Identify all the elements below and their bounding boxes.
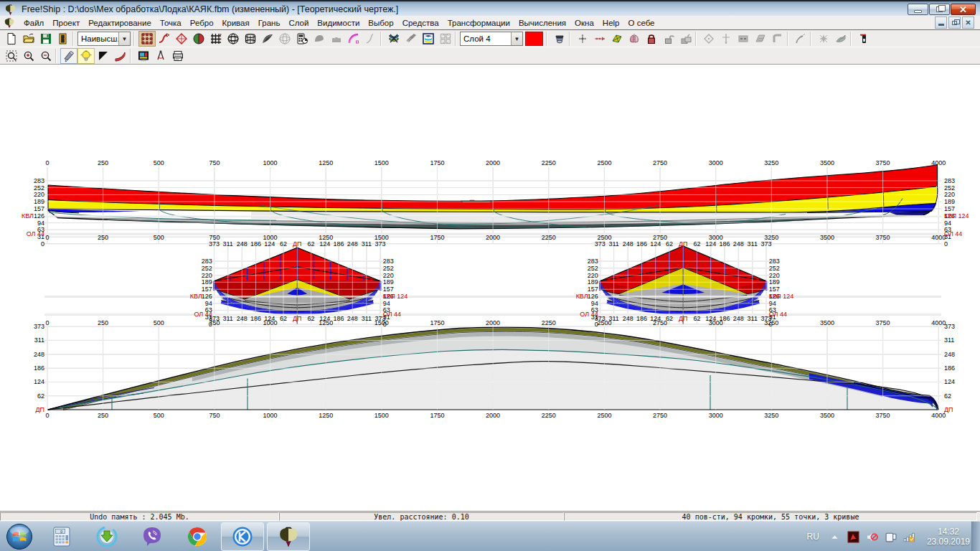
zoom-in-button[interactable] bbox=[20, 48, 37, 64]
menu-9[interactable]: Видимости bbox=[313, 17, 364, 29]
restore-button[interactable] bbox=[929, 4, 950, 15]
taskbar-kompas-button[interactable] bbox=[221, 522, 264, 551]
unlock-points-button[interactable] bbox=[660, 31, 677, 47]
combobox-dropdown-icon[interactable]: ▼ bbox=[118, 32, 130, 45]
gauss-curvature-button[interactable] bbox=[276, 31, 293, 47]
insert-point-button[interactable] bbox=[591, 31, 608, 47]
menu-3[interactable]: Редактирование bbox=[84, 17, 156, 29]
lamp-button[interactable] bbox=[77, 48, 95, 64]
remove-unused-button[interactable] bbox=[815, 31, 832, 47]
print-button[interactable] bbox=[169, 48, 187, 64]
move-point-button[interactable] bbox=[574, 31, 591, 47]
menu-10[interactable]: Выбор bbox=[364, 17, 397, 29]
develop-plates-button[interactable] bbox=[402, 31, 420, 47]
hydrostatics-calc-button[interactable] bbox=[293, 31, 311, 47]
title-bar[interactable]: Free!Ship : D:\dos\Мех обработка\Лодка\К… bbox=[0, 0, 980, 16]
develop-surface-button[interactable] bbox=[832, 31, 849, 47]
menu-1[interactable]: Файл bbox=[19, 17, 48, 29]
intersections-button[interactable] bbox=[385, 31, 402, 47]
open-file-button[interactable] bbox=[20, 31, 37, 47]
clock[interactable]: 14:32 23.09.2019 bbox=[927, 527, 970, 547]
taskbar-calculator-icon[interactable]: 0 bbox=[39, 522, 84, 551]
import-image-button[interactable] bbox=[135, 48, 152, 64]
minimize-icon bbox=[914, 10, 922, 13]
menu-12[interactable]: Трансформации bbox=[443, 17, 514, 29]
edit-curve-button[interactable] bbox=[156, 31, 173, 47]
new-face-icon bbox=[611, 32, 623, 45]
split-grid-button[interactable] bbox=[437, 31, 454, 47]
taskbar-chrome-icon[interactable] bbox=[174, 522, 220, 551]
zoom-area-button[interactable] bbox=[3, 48, 20, 64]
hidden-icons-arrow[interactable] bbox=[828, 529, 842, 544]
taskbar-download-manager-icon[interactable] bbox=[84, 522, 129, 551]
flag-button[interactable] bbox=[95, 48, 112, 64]
combobox-dropdown-icon[interactable]: ▼ bbox=[511, 32, 522, 45]
menu-5[interactable]: Ребро bbox=[186, 17, 218, 29]
axis-label: 124 bbox=[705, 315, 716, 322]
perspective-view-button[interactable] bbox=[551, 31, 568, 47]
intersection-grid-button[interactable] bbox=[207, 31, 225, 47]
exit-program-button[interactable] bbox=[55, 31, 72, 47]
menu-13[interactable]: Вычисления bbox=[514, 17, 570, 29]
drawing-area[interactable]: 0000250250250250500500500500750750750750… bbox=[0, 65, 980, 511]
keel-rudder-button[interactable] bbox=[328, 31, 345, 47]
mdi-close-button[interactable]: ✕ bbox=[962, 17, 974, 29]
solid-gray-button[interactable] bbox=[311, 31, 328, 47]
interior-edges-button[interactable] bbox=[190, 31, 207, 47]
curvature-plot-button[interactable] bbox=[345, 31, 362, 47]
mdi-restore-button[interactable] bbox=[948, 17, 961, 29]
lock-points-button[interactable] bbox=[643, 31, 660, 47]
layer-properties-button[interactable] bbox=[420, 31, 437, 47]
normals-view-button[interactable] bbox=[362, 31, 380, 47]
lock-all-points-button[interactable] bbox=[677, 31, 694, 47]
taskbar-freeship-button[interactable] bbox=[267, 522, 310, 551]
axis-label: 124 bbox=[264, 315, 275, 322]
menu-2[interactable]: Проект bbox=[48, 17, 84, 29]
precision-combobox[interactable]: Наивысш.▼ bbox=[77, 32, 131, 46]
layer-color-swatch[interactable] bbox=[525, 32, 543, 46]
volume-muted-icon[interactable] bbox=[865, 529, 880, 544]
acrobat-tray-icon[interactable] bbox=[847, 529, 861, 544]
ribbon-curve-button[interactable] bbox=[112, 48, 129, 64]
menu-7[interactable]: Грань bbox=[254, 17, 285, 29]
remote-control-button[interactable] bbox=[855, 31, 872, 47]
mdi-minimize-button[interactable] bbox=[935, 17, 947, 29]
new-file-button[interactable] bbox=[3, 31, 20, 47]
minimize-button[interactable] bbox=[908, 4, 928, 15]
menu-15[interactable]: Help bbox=[598, 17, 624, 29]
show-control-net-button[interactable] bbox=[138, 31, 156, 47]
language-indicator[interactable]: RU bbox=[807, 532, 819, 542]
layer-combobox[interactable]: Слой 4▼ bbox=[460, 32, 523, 46]
new-curve-button[interactable] bbox=[792, 31, 809, 47]
close-button[interactable]: ✕ bbox=[951, 4, 976, 15]
zoom-area-icon bbox=[5, 50, 18, 62]
axis-label: ДП bbox=[293, 315, 302, 322]
menu-6[interactable]: Кривая bbox=[218, 17, 254, 29]
menu-4[interactable]: Точка bbox=[156, 17, 186, 29]
new-face-button[interactable] bbox=[608, 31, 626, 47]
start-button[interactable] bbox=[0, 522, 39, 551]
save-file-button[interactable] bbox=[37, 31, 55, 47]
mirror-face-button[interactable] bbox=[626, 31, 643, 47]
zoom-out-button[interactable] bbox=[37, 48, 55, 64]
menu-16[interactable]: О себе bbox=[624, 17, 659, 29]
shaded-view-button[interactable] bbox=[259, 31, 276, 47]
wireframe-view-button[interactable] bbox=[225, 31, 242, 47]
show-desktop-button[interactable] bbox=[971, 522, 980, 551]
align-points-button[interactable] bbox=[717, 31, 735, 47]
wide-brush-button[interactable] bbox=[60, 48, 77, 64]
intersect-layers-button[interactable] bbox=[769, 31, 786, 47]
axis-label: 2000 bbox=[486, 234, 500, 241]
developable-check-button[interactable] bbox=[173, 31, 190, 47]
menu-14[interactable]: Окна bbox=[570, 17, 598, 29]
plumb-compass-button[interactable] bbox=[152, 48, 169, 64]
stations-view-button[interactable] bbox=[242, 31, 259, 47]
network-signal-icon[interactable] bbox=[903, 529, 917, 544]
menu-8[interactable]: Слой bbox=[284, 17, 313, 29]
power-plug-icon[interactable] bbox=[884, 529, 898, 544]
project-points-button[interactable] bbox=[700, 31, 717, 47]
menu-11[interactable]: Средства bbox=[398, 17, 443, 29]
insert-plane-button[interactable] bbox=[752, 31, 769, 47]
taskbar-viber-icon[interactable] bbox=[129, 522, 174, 551]
collapse-edge-button[interactable] bbox=[735, 31, 752, 47]
